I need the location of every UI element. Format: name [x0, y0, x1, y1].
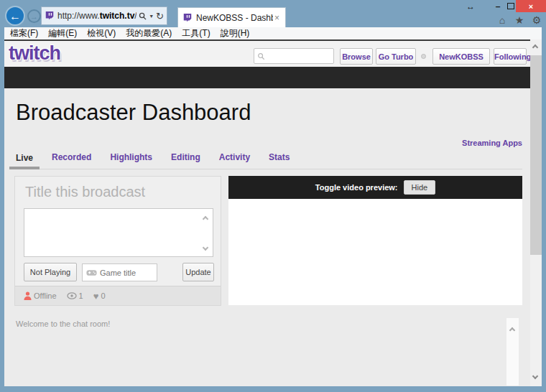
- tab-stats[interactable]: Stats: [269, 149, 290, 169]
- twitch-favicon: [45, 11, 55, 21]
- star-icon[interactable]: ★: [513, 14, 526, 26]
- page-viewport: twitch Browse Go Turbo NewKOBSS Followin…: [4, 39, 530, 386]
- close-button[interactable]: ×: [516, 0, 546, 12]
- ie-window: { "window": { "controls": { "resize": "↔…: [0, 0, 546, 392]
- tab-title: NewKOBSS - Dashboard: [196, 13, 273, 23]
- url-text: http://www.twitch.tv/broadca: [57, 11, 136, 21]
- tab-live[interactable]: Live: [9, 150, 40, 169]
- page-dark-band: [4, 67, 530, 88]
- broadcast-title-placeholder: Title this broadcast: [25, 184, 145, 200]
- home-icon[interactable]: ⌂: [496, 14, 509, 26]
- browser-scrollbar[interactable]: [530, 39, 542, 386]
- chevron-down-icon[interactable]: [532, 373, 538, 379]
- menu-file[interactable]: 檔案(F): [10, 27, 38, 39]
- stream-status-bar: Offline 1 ♥ 0: [15, 286, 221, 305]
- update-button[interactable]: Update: [182, 263, 214, 281]
- search-icon: [257, 52, 265, 60]
- following-button[interactable]: Following: [494, 48, 527, 65]
- chat-welcome-message: Welcome to the chat room!: [16, 319, 110, 328]
- menu-view[interactable]: 檢視(V): [87, 27, 116, 39]
- username-button[interactable]: NewKOBSS: [432, 48, 490, 65]
- page-title: Broadcaster Dashboard: [16, 100, 251, 126]
- chevron-up-icon[interactable]: [532, 45, 538, 50]
- offline-label: Offline: [34, 291, 57, 300]
- streaming-apps-link[interactable]: Streaming Apps: [462, 139, 522, 147]
- tab-recorded[interactable]: Recorded: [52, 149, 91, 169]
- tab-close-icon[interactable]: ×: [273, 13, 281, 23]
- not-playing-button[interactable]: Not Playing: [24, 263, 77, 281]
- browser-tab[interactable]: NewKOBSS - Dashboard ×: [177, 7, 286, 28]
- chevron-up-icon[interactable]: [509, 327, 515, 333]
- browse-button[interactable]: Browse: [340, 48, 373, 65]
- video-preview-bar: Toggle video preview: Hide: [228, 176, 522, 199]
- heart-count: 0: [101, 291, 105, 300]
- tab-highlights[interactable]: Highlights: [110, 149, 152, 169]
- tab-editing[interactable]: Editing: [171, 149, 200, 169]
- menu-favorites[interactable]: 我的最愛(A): [126, 27, 172, 39]
- search-icon[interactable]: [139, 12, 147, 20]
- game-title-input[interactable]: [100, 269, 152, 277]
- gamepad-icon: [86, 269, 97, 276]
- game-title-field[interactable]: [82, 263, 157, 281]
- menu-help[interactable]: 說明(H): [221, 27, 250, 39]
- heart-icon: ♥: [93, 291, 99, 302]
- broadcast-panel: Title this broadcast Not Playing Update …: [14, 176, 221, 306]
- go-turbo-button[interactable]: Go Turbo: [376, 48, 416, 65]
- twitch-navbar: twitch Browse Go Turbo NewKOBSS Followin…: [4, 41, 530, 67]
- dashboard-tabs: Live Recorded Highlights Editing Activit…: [16, 149, 522, 169]
- resize-icon[interactable]: ↔: [464, 0, 477, 13]
- dropdown-icon[interactable]: ▼: [149, 14, 154, 19]
- person-icon: [24, 291, 32, 300]
- twitch-logo[interactable]: twitch: [9, 42, 60, 65]
- tab-activity[interactable]: Activity: [219, 149, 250, 169]
- twitch-favicon: [182, 13, 193, 23]
- menu-bar: 檔案(F) 編輯(E) 檢視(V) 我的最愛(A) 工具(T) 說明(H): [4, 27, 542, 39]
- viewer-count: 1: [79, 291, 83, 300]
- broadcast-title-textarea[interactable]: [24, 208, 213, 257]
- menu-tools[interactable]: 工具(T): [182, 27, 210, 39]
- back-button[interactable]: ←: [5, 6, 25, 26]
- address-bar[interactable]: http://www.twitch.tv/broadca ▼ ↻: [41, 6, 167, 25]
- menu-edit[interactable]: 編輯(E): [48, 27, 77, 39]
- gear-icon[interactable]: ⚙: [530, 14, 543, 26]
- video-preview-area: [228, 199, 522, 305]
- scrollbar-thumb[interactable]: [530, 55, 542, 255]
- maximize-button[interactable]: [507, 3, 514, 9]
- minimize-button[interactable]: –: [493, 0, 503, 13]
- chat-scrollbar[interactable]: [506, 318, 519, 386]
- refresh-icon[interactable]: ↻: [156, 11, 164, 22]
- toggle-preview-label: Toggle video preview:: [315, 183, 398, 192]
- nav-separator-dot: [421, 54, 426, 59]
- forward-icon: →: [30, 12, 38, 21]
- site-search[interactable]: [254, 48, 334, 64]
- forward-button[interactable]: →: [27, 9, 41, 23]
- eye-icon: [67, 292, 77, 299]
- back-icon: ←: [9, 10, 21, 22]
- search-input[interactable]: [267, 52, 329, 60]
- hide-button[interactable]: Hide: [404, 180, 436, 195]
